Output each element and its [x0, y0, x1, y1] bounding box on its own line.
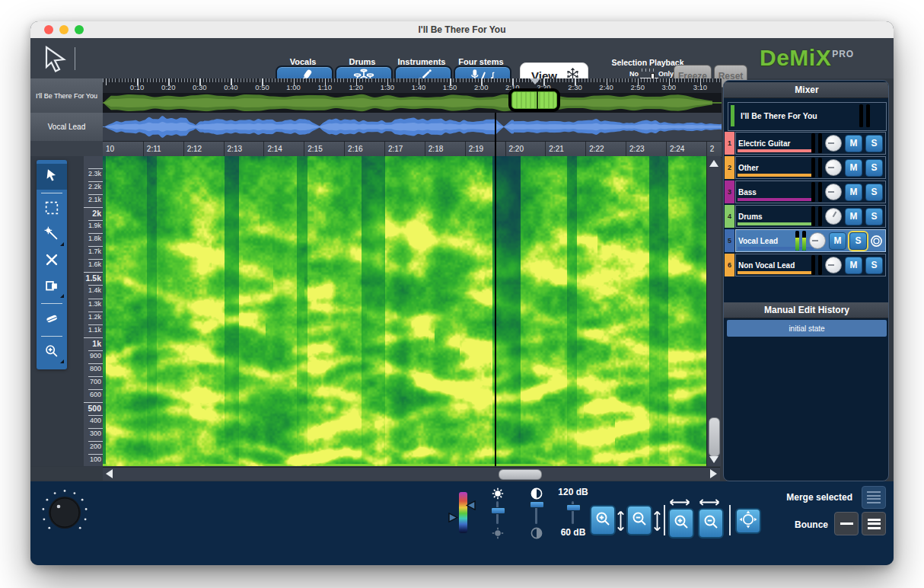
time-ruler-cell[interactable]: 2:13 [224, 142, 264, 157]
frequency-label: 300 [84, 430, 101, 437]
solo-button[interactable]: S [865, 184, 883, 201]
track-volume-knob[interactable] [825, 135, 842, 152]
time-ruler-cell[interactable]: 2:18 [425, 142, 465, 157]
vocal-lead-waveform[interactable] [103, 113, 722, 142]
horizontal-scroll-thumb[interactable] [499, 469, 542, 480]
time-ruler-cell[interactable]: 2:23 [626, 142, 666, 157]
zoom-in-horizontal-button[interactable] [668, 508, 694, 538]
db-range-slider-thumb[interactable] [566, 504, 581, 511]
solo-button[interactable]: S [865, 208, 883, 225]
overview-tick-label: 3:00 [658, 83, 680, 91]
center-playhead-button[interactable] [735, 508, 761, 534]
colormap-upper-handle[interactable] [466, 500, 476, 513]
horizontal-scrollbar[interactable] [103, 467, 720, 481]
time-ruler-cell[interactable]: 10 [103, 142, 143, 157]
overview-waveform[interactable] [103, 93, 722, 113]
marquee-select-tool[interactable] [37, 197, 67, 222]
track-volume-knob[interactable] [825, 208, 842, 225]
track-cell[interactable]: Non Vocal LeadMS [735, 254, 886, 276]
spectrogram[interactable] [103, 156, 706, 466]
mute-button[interactable]: M [829, 232, 846, 250]
mute-button[interactable]: M [845, 159, 862, 177]
mixer-track-row[interactable]: 4DrumsMS [725, 205, 889, 228]
time-ruler-cell[interactable]: 2:21 [545, 142, 585, 157]
zoom-tool[interactable] [37, 340, 67, 366]
track-cell[interactable]: OtherMS [735, 156, 886, 179]
bounce-multi-button[interactable] [862, 512, 886, 535]
cross-delete-tool[interactable] [37, 248, 67, 274]
track-volume-knob[interactable] [809, 232, 826, 249]
scroll-up-arrow[interactable] [709, 160, 718, 167]
time-ruler-cell[interactable]: 2:14 [263, 142, 304, 157]
time-ruler-cell[interactable]: 2:19 [465, 142, 505, 157]
magnifier-minus-icon [702, 513, 720, 534]
playhead-marker[interactable] [530, 78, 540, 85]
time-ruler-cell[interactable]: 2 [706, 142, 722, 157]
volume-knob[interactable] [41, 489, 88, 539]
mute-button[interactable]: M [845, 257, 862, 274]
time-ruler-cell[interactable]: 2:17 [384, 142, 425, 157]
contrast-slider-thumb[interactable] [530, 501, 544, 508]
mixer-master-row[interactable]: I'll Be There For You [728, 102, 887, 131]
vertical-scroll-thumb[interactable] [709, 417, 720, 457]
harmonic-select-tool[interactable] [37, 274, 67, 300]
zoom-out-vertical-button[interactable] [626, 505, 652, 535]
scroll-down-arrow[interactable] [709, 456, 718, 463]
mute-button[interactable]: M [845, 208, 862, 225]
mixer-track-row[interactable]: 6Non Vocal LeadMS [725, 254, 889, 276]
solo-button[interactable]: S [865, 159, 883, 177]
time-ruler-cell[interactable]: 2:24 [666, 142, 706, 157]
overview-tick-label: 0:50 [251, 83, 274, 91]
playhead[interactable] [495, 113, 496, 466]
mixer-track-row[interactable]: 5Vocal LeadMS [725, 229, 889, 252]
overview-timeline[interactable]: 0:100:200:300:400:501:001:101:201:301:40… [103, 78, 722, 113]
time-ruler-cell[interactable]: 2:22 [585, 142, 626, 157]
track-volume-knob[interactable] [825, 257, 842, 273]
vertical-scrollbar[interactable] [706, 156, 721, 466]
pointer-tool[interactable] [37, 164, 67, 190]
magnifier-plus-icon [672, 513, 690, 534]
track-cell[interactable]: DrumsMS [735, 205, 886, 228]
track-name: Non Vocal Lead [738, 261, 808, 270]
brightness-slider-thumb[interactable] [491, 507, 505, 514]
target-circle-icon[interactable] [870, 235, 883, 248]
solo-button[interactable]: S [849, 232, 867, 250]
track-cell[interactable]: Electric GuitarMS [735, 132, 886, 155]
viewport-selection[interactable] [508, 88, 560, 112]
zoom-out-horizontal-button[interactable] [698, 508, 724, 538]
time-ruler-cell[interactable]: 2:20 [505, 142, 546, 157]
track-vu-meter [811, 182, 815, 202]
mixer-track-row[interactable]: 2OtherMS [725, 156, 889, 179]
frequency-label: 200 [84, 443, 101, 450]
track-volume-knob[interactable] [825, 184, 842, 200]
track-cell[interactable]: Vocal LeadMS [735, 229, 886, 252]
zoomed-time-ruler[interactable]: 102:112:122:132:142:152:162:172:182:192:… [103, 141, 722, 158]
solo-button[interactable]: S [865, 135, 883, 152]
scroll-left-arrow[interactable] [106, 469, 113, 478]
overview-track-label: I'll Be There For You [30, 78, 104, 113]
colormap-lower-handle[interactable] [448, 512, 458, 526]
history-item[interactable]: initial state [727, 320, 887, 337]
solo-button[interactable]: S [865, 257, 883, 274]
track-cell[interactable]: BassMS [735, 181, 886, 203]
scroll-right-arrow[interactable] [710, 469, 717, 478]
mixer-track-row[interactable]: 3BassMS [725, 181, 889, 203]
magic-wand-tool[interactable] [37, 222, 67, 248]
overview-tick-label: 0:20 [157, 83, 180, 91]
bounce-mono-button[interactable] [834, 512, 859, 535]
track-volume-knob[interactable] [825, 159, 842, 176]
eraser-tool[interactable] [37, 307, 67, 333]
palette-divider [41, 193, 62, 193]
time-ruler-cell[interactable]: 2:16 [344, 142, 384, 157]
time-ruler-cell[interactable]: 2:11 [143, 142, 183, 157]
track-number-tab: 6 [725, 254, 734, 276]
time-ruler-cell[interactable]: 2:15 [304, 142, 344, 157]
mute-button[interactable]: M [845, 184, 862, 201]
merge-selected-button[interactable] [862, 486, 886, 509]
time-ruler-cell[interactable]: 2:12 [183, 142, 224, 157]
frequency-label: 800 [84, 365, 101, 372]
mute-button[interactable]: M [845, 135, 862, 152]
zoom-in-vertical-button[interactable] [590, 505, 616, 535]
mixer-track-row[interactable]: 1Electric GuitarMS [725, 132, 889, 155]
track-vu-meter [802, 231, 806, 251]
